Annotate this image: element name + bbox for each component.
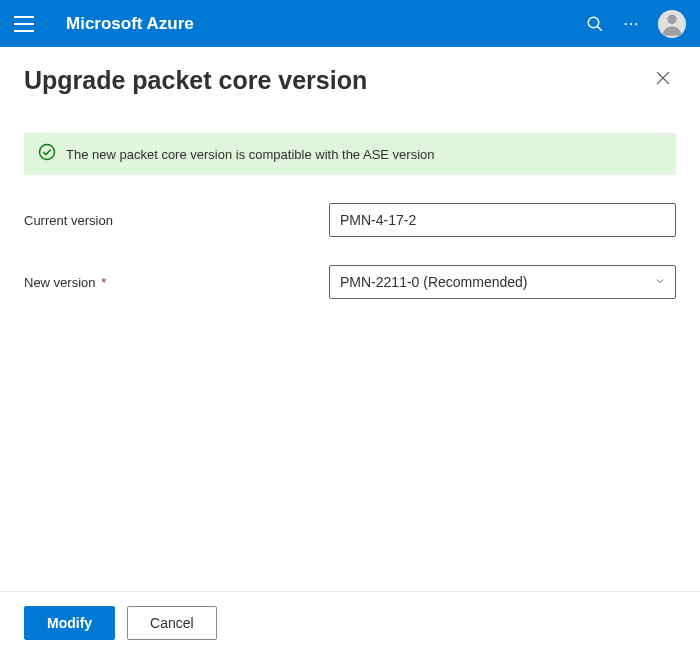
current-version-input[interactable] bbox=[329, 203, 676, 237]
topbar-actions bbox=[586, 10, 686, 38]
avatar[interactable] bbox=[658, 10, 686, 38]
page-title: Upgrade packet core version bbox=[24, 66, 367, 95]
new-version-label-text: New version bbox=[24, 275, 96, 290]
svg-point-4 bbox=[635, 22, 637, 24]
compatibility-notice: The new packet core version is compatibl… bbox=[24, 133, 676, 175]
new-version-label: New version * bbox=[24, 275, 329, 290]
more-icon[interactable] bbox=[622, 15, 640, 33]
current-version-label: Current version bbox=[24, 213, 329, 228]
required-indicator: * bbox=[101, 275, 106, 290]
new-version-row: New version * PMN-2211-0 (Recommended) bbox=[24, 265, 676, 299]
svg-point-5 bbox=[667, 14, 676, 23]
cancel-button[interactable]: Cancel bbox=[127, 606, 217, 640]
svg-point-0 bbox=[588, 17, 599, 28]
new-version-value: PMN-2211-0 (Recommended) bbox=[329, 265, 676, 299]
modify-button[interactable]: Modify bbox=[24, 606, 115, 640]
content: The new packet core version is compatibl… bbox=[0, 113, 700, 591]
search-icon[interactable] bbox=[586, 15, 604, 33]
current-version-row: Current version bbox=[24, 203, 676, 237]
check-circle-icon bbox=[38, 143, 56, 165]
brand-title: Microsoft Azure bbox=[66, 14, 586, 34]
menu-icon[interactable] bbox=[14, 16, 34, 32]
svg-line-1 bbox=[597, 26, 602, 31]
svg-point-2 bbox=[625, 22, 627, 24]
page-header: Upgrade packet core version bbox=[0, 47, 700, 113]
notice-text: The new packet core version is compatibl… bbox=[66, 147, 435, 162]
new-version-select[interactable]: PMN-2211-0 (Recommended) bbox=[329, 265, 676, 299]
footer: Modify Cancel bbox=[0, 591, 700, 654]
svg-point-8 bbox=[40, 145, 55, 160]
svg-point-3 bbox=[630, 22, 632, 24]
topbar: Microsoft Azure bbox=[0, 0, 700, 47]
close-icon[interactable] bbox=[650, 65, 676, 95]
